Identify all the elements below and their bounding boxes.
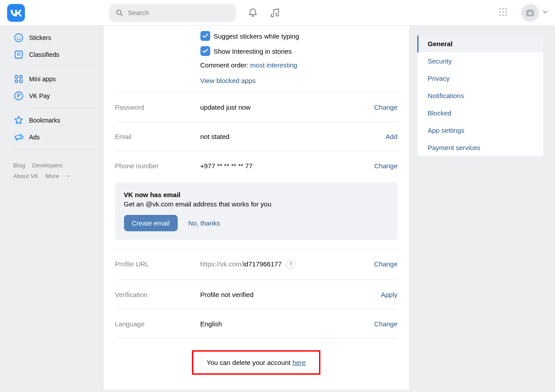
footer-about[interactable]: About VK [13, 173, 39, 179]
delete-text: You can delete your account [207, 359, 292, 366]
main-panel: Suggest stickers while typing Show Inter… [103, 26, 410, 390]
svg-point-9 [502, 14, 504, 16]
settings-nav-notifications[interactable]: Notifications [417, 87, 543, 104]
svg-point-7 [505, 11, 507, 13]
svg-point-4 [505, 8, 507, 10]
sidebar-label: Mini apps [29, 75, 56, 83]
change-password-link[interactable]: Change [374, 103, 398, 111]
svg-rect-18 [15, 75, 18, 78]
sidebar-label: Ads [29, 134, 40, 141]
search-input[interactable] [128, 9, 230, 16]
chevron-down-icon[interactable] [543, 9, 548, 16]
email-promo: VK now has email Get an @vk.com email ad… [115, 182, 398, 240]
setting-password: Password updated just now Change [115, 92, 398, 122]
checkbox-checked-icon [200, 31, 210, 41]
footer-more[interactable]: More [45, 171, 71, 182]
svg-point-13 [17, 36, 18, 37]
left-sidebar: Stickers Classifieds Mini apps VK Pay Bo… [12, 26, 96, 390]
footer-blog[interactable]: Blog [13, 162, 25, 169]
chevron-down-icon [66, 174, 71, 178]
dismiss-promo-link[interactable]: No, thanks [188, 219, 220, 227]
services-icon[interactable] [498, 7, 508, 18]
music-icon[interactable] [270, 8, 280, 18]
pay-icon [13, 91, 24, 101]
setting-label: Phone number [115, 162, 200, 170]
view-blocked-apps-link[interactable]: View blocked apps [200, 77, 256, 84]
setting-label: Email [115, 133, 200, 140]
divider [28, 108, 96, 108]
svg-point-8 [499, 14, 501, 16]
svg-rect-19 [20, 75, 22, 78]
settings-nav-privacy[interactable]: Privacy [417, 70, 543, 87]
sidebar-item-ads[interactable]: Ads [12, 129, 96, 146]
delete-account-link[interactable]: here [292, 359, 306, 366]
setting-profile-url: Profile URL https://vk.com/id717966177? … [115, 249, 398, 280]
svg-point-14 [20, 36, 20, 37]
svg-point-5 [499, 11, 501, 13]
setting-label: Password [115, 103, 200, 111]
setting-value: +977 ** ** ** ** 77 [200, 162, 374, 170]
add-email-link[interactable]: Add [386, 133, 398, 140]
mini-apps-icon [13, 74, 24, 84]
comment-order-value[interactable]: most interesting [250, 61, 297, 69]
setting-label: Verification [115, 291, 200, 298]
settings-nav-payment-services[interactable]: Payment services [417, 139, 543, 156]
footer-developers[interactable]: Developers [32, 162, 62, 169]
option-show-interesting[interactable]: Show Interesting in stories [200, 44, 398, 59]
sidebar-item-vk-pay[interactable]: VK Pay [12, 87, 96, 104]
svg-point-3 [502, 8, 504, 10]
settings-nav-blocked[interactable]: Blocked [417, 104, 543, 122]
sidebar-item-mini-apps[interactable]: Mini apps [12, 71, 96, 87]
option-suggest-stickers[interactable]: Suggest stickers while typing [200, 28, 398, 44]
change-phone-link[interactable]: Change [374, 162, 398, 170]
setting-value: https://vk.com/id717966177? [200, 260, 374, 269]
setting-phone: Phone number +977 ** ** ** ** 77 Change [115, 151, 398, 180]
promo-subtitle: Get an @vk.com email address that works … [124, 200, 389, 208]
settings-nav-general[interactable]: General [417, 35, 543, 52]
sidebar-label: Bookmarks [29, 117, 60, 124]
comment-order-label: Comment order: [200, 61, 251, 69]
sidebar-item-bookmarks[interactable]: Bookmarks [12, 112, 96, 129]
sidebar-item-classifieds[interactable]: Classifieds [12, 46, 96, 63]
notifications-icon[interactable] [248, 8, 258, 18]
comment-order-row: Comment order: most interesting [200, 59, 398, 71]
megaphone-icon [13, 132, 24, 143]
divider [12, 149, 96, 150]
vk-logo[interactable] [7, 4, 25, 22]
setting-email: Email not stated Add [115, 122, 398, 151]
change-language-link[interactable]: Change [374, 320, 398, 328]
header [0, 0, 555, 26]
svg-point-6 [502, 11, 504, 13]
delete-account-row: You can delete your account here [115, 338, 398, 376]
settings-nav-security[interactable]: Security [417, 52, 543, 70]
footer-links: Blog Developers About VK More [12, 153, 96, 182]
settings-nav-app-settings[interactable]: App settings [417, 122, 543, 139]
search-box[interactable] [109, 4, 236, 22]
sidebar-label: Stickers [29, 34, 52, 41]
avatar[interactable] [521, 4, 539, 22]
search-icon [116, 8, 124, 17]
create-email-button[interactable]: Create email [124, 215, 178, 231]
setting-value: Profile not verified [200, 291, 381, 298]
svg-point-10 [505, 14, 507, 16]
help-icon[interactable]: ? [286, 260, 295, 269]
sidebar-label: Classifieds [29, 51, 60, 58]
apply-verification-link[interactable]: Apply [381, 291, 398, 298]
setting-verification: Verification Profile not verified Apply [115, 280, 398, 309]
setting-value: updated just now [200, 103, 374, 111]
change-url-link[interactable]: Change [374, 260, 398, 269]
star-icon [13, 115, 24, 126]
svg-point-2 [499, 8, 501, 10]
svg-rect-20 [15, 80, 18, 83]
setting-value: not stated [200, 133, 386, 140]
option-label: Suggest stickers while typing [214, 32, 299, 40]
svg-point-11 [529, 12, 532, 15]
option-label: Show Interesting in stories [214, 48, 292, 55]
settings-nav: General Security Privacy Notifications B… [417, 35, 544, 157]
checkbox-checked-icon [200, 46, 210, 56]
setting-value: English [200, 320, 374, 328]
setting-language: Language English Change [115, 309, 398, 338]
sidebar-item-stickers[interactable]: Stickers [12, 29, 96, 46]
setting-label: Language [115, 320, 200, 328]
smile-icon [13, 32, 24, 43]
